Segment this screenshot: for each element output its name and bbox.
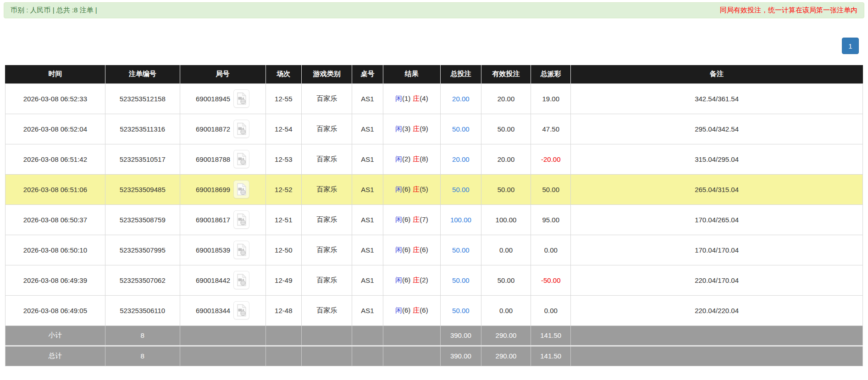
subtotal-label: 小计 — [6, 325, 105, 346]
footer-empty-cell — [265, 346, 302, 366]
total-bet-link[interactable]: 50.00 — [452, 276, 470, 284]
cell-round-id: 690018344 — [180, 295, 265, 325]
total-bet-link[interactable]: 50.00 — [452, 307, 470, 314]
total-bet-link[interactable]: 50.00 — [452, 125, 470, 133]
player-result-score: (2) — [402, 155, 410, 163]
cell-game-type: 百家乐 — [302, 295, 352, 325]
footer-empty-cell — [180, 325, 265, 346]
subtotal-row: 小计 8 390.00 290.00 141.50 — [6, 325, 863, 346]
column-header: 备注 — [571, 65, 863, 83]
cell-session: 12-54 — [265, 114, 302, 144]
cell-bet-id: 523253507062 — [105, 265, 180, 295]
video-replay-icon — [236, 274, 247, 286]
banker-result-label: 庄 — [413, 215, 420, 223]
cell-round-id: 690018539 — [180, 235, 265, 265]
video-replay-button[interactable] — [233, 301, 249, 319]
player-result-score: (6) — [402, 246, 410, 253]
subtotal-valid-bet: 290.00 — [481, 325, 531, 346]
player-result-label: 闲 — [395, 94, 402, 102]
column-header: 注单编号 — [105, 65, 180, 83]
valid-bet-notice-text: 同局有效投注，统一计算在该局第一张注单内 — [720, 6, 857, 15]
cell-round-id: 690018617 — [180, 204, 265, 235]
cell-payout: 95.00 — [531, 204, 571, 235]
cell-total-bet: 50.00 — [440, 174, 481, 204]
banker-result-score: (4) — [420, 94, 428, 102]
cell-result: 闲(6)庄(6) — [383, 295, 440, 325]
cell-round-id: 690018442 — [180, 265, 265, 295]
video-replay-icon — [236, 92, 247, 105]
page-1-button[interactable]: 1 — [842, 38, 859, 54]
cell-time: 2026-03-08 06:51:42 — [6, 144, 105, 174]
cell-total-bet: 50.00 — [440, 295, 481, 325]
round-id-text: 690018872 — [196, 125, 230, 133]
cell-table-no: AS1 — [352, 144, 383, 174]
video-replay-button[interactable] — [233, 180, 249, 198]
cell-remark: 170.04/170.04 — [571, 235, 863, 265]
video-replay-button[interactable] — [233, 150, 249, 168]
total-bet-link[interactable]: 20.00 — [452, 95, 470, 103]
video-replay-button[interactable] — [233, 120, 249, 138]
subtotal-count: 8 — [105, 325, 180, 346]
table-body: 2026-03-08 06:52:33 523253512158 6900189… — [6, 83, 863, 325]
banker-result-label: 庄 — [413, 125, 420, 132]
cell-remark: 295.04/342.54 — [571, 114, 863, 144]
total-bet-link[interactable]: 50.00 — [452, 246, 470, 254]
cell-total-bet: 20.00 — [440, 144, 481, 174]
cell-total-bet: 50.00 — [440, 114, 481, 144]
cell-session: 12-48 — [265, 295, 302, 325]
footer-empty-cell — [302, 346, 352, 366]
cell-result: 闲(6)庄(5) — [383, 174, 440, 204]
cell-time: 2026-03-08 06:52:04 — [6, 114, 105, 144]
cell-table-no: AS1 — [352, 83, 383, 114]
round-id-text: 690018344 — [196, 307, 230, 314]
total-row: 总计 8 390.00 290.00 141.50 — [6, 346, 863, 366]
round-id-text: 690018617 — [196, 216, 230, 224]
banker-result-score: (6) — [420, 246, 428, 253]
cell-remark: 220.04/170.04 — [571, 265, 863, 295]
cell-bet-id: 523253507995 — [105, 235, 180, 265]
footer-empty-cell — [383, 346, 440, 366]
footer-empty-cell — [352, 346, 383, 366]
video-replay-button[interactable] — [233, 241, 249, 259]
cell-time: 2026-03-08 06:49:05 — [6, 295, 105, 325]
cell-session: 12-49 — [265, 265, 302, 295]
video-replay-button[interactable] — [233, 89, 249, 108]
cell-game-type: 百家乐 — [302, 265, 352, 295]
footer-empty-cell — [383, 325, 440, 346]
round-id-text: 690018945 — [196, 95, 230, 103]
cell-total-bet: 100.00 — [440, 204, 481, 235]
player-result-label: 闲 — [395, 155, 402, 163]
cell-total-bet: 50.00 — [440, 265, 481, 295]
total-bet-link[interactable]: 20.00 — [452, 155, 470, 163]
cell-session: 12-55 — [265, 83, 302, 114]
cell-round-id: 690018945 — [180, 83, 265, 114]
total-bet-link[interactable]: 100.00 — [450, 216, 471, 224]
cell-valid-bet: 20.00 — [481, 83, 531, 114]
footer-empty-cell — [180, 346, 265, 366]
video-replay-icon — [236, 122, 247, 135]
column-header: 场次 — [265, 65, 302, 83]
banker-result-score: (2) — [420, 276, 428, 284]
cell-table-no: AS1 — [352, 265, 383, 295]
banker-result-label: 庄 — [413, 306, 420, 314]
cell-remark: 170.04/265.04 — [571, 204, 863, 235]
cell-time: 2026-03-08 06:50:10 — [6, 235, 105, 265]
subtotal-payout: 141.50 — [531, 325, 571, 346]
cell-payout: -20.00 — [531, 144, 571, 174]
cell-remark: 315.04/295.04 — [571, 144, 863, 174]
banker-result-score: (9) — [420, 125, 428, 132]
summary-bar: 币别 : 人民币 | 总共 :8 注单 | 同局有效投注，统一计算在该局第一张注… — [4, 2, 864, 18]
cell-table-no: AS1 — [352, 235, 383, 265]
cell-valid-bet: 0.00 — [481, 235, 531, 265]
table-row: 2026-03-08 06:49:39 523253507062 6900184… — [6, 265, 863, 295]
video-replay-button[interactable] — [233, 210, 249, 229]
video-replay-icon — [236, 304, 247, 317]
banker-result-score: (8) — [420, 155, 428, 163]
cell-valid-bet: 20.00 — [481, 144, 531, 174]
total-bet-link[interactable]: 50.00 — [452, 186, 470, 193]
player-result-label: 闲 — [395, 125, 402, 132]
video-replay-button[interactable] — [233, 271, 249, 289]
cell-remark: 220.04/220.04 — [571, 295, 863, 325]
player-result-label: 闲 — [395, 276, 402, 284]
column-header: 时间 — [6, 65, 105, 83]
